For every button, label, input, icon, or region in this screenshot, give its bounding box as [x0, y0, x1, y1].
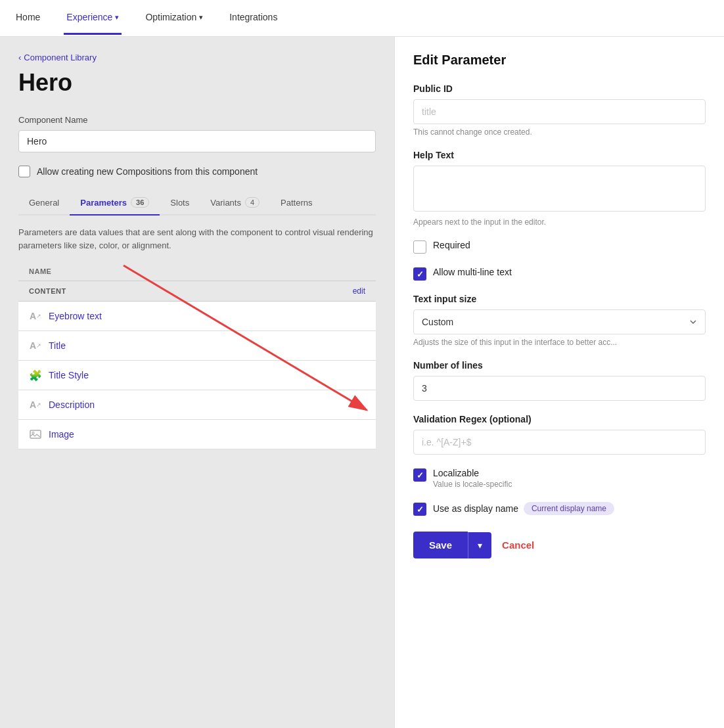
localizable-checkbox-row: Localizable Value is locale-specific — [413, 468, 706, 489]
save-button[interactable]: Save — [413, 532, 468, 558]
row-label: Title — [49, 340, 66, 351]
nav-optimization[interactable]: Optimization ▾ — [143, 1, 206, 35]
validation-regex-group: Validation Regex (optional) — [413, 414, 706, 455]
table-row-title[interactable]: A ↗ Title — [18, 331, 376, 361]
variants-badge: 4 — [245, 197, 260, 208]
cancel-button[interactable]: Cancel — [502, 539, 534, 551]
required-label: Required — [433, 240, 470, 250]
right-panel: Edit Parameter Public ID This cannot cha… — [394, 37, 724, 728]
text-icon: A ↗ — [29, 339, 42, 352]
tab-parameters[interactable]: Parameters 36 — [70, 191, 160, 216]
section-content-header: CONTENT edit — [18, 281, 376, 302]
svg-rect-0 — [30, 430, 41, 438]
top-navigation: Home Experience ▾ Optimization ▾ Integra… — [0, 0, 724, 37]
required-checkbox[interactable] — [413, 240, 426, 254]
public-id-group: Public ID This cannot change once create… — [413, 83, 706, 137]
localizable-label: Localizable — [433, 468, 512, 478]
required-checkbox-row: Required — [413, 240, 706, 254]
main-layout: ‹ Component Library Hero Component Name … — [0, 37, 724, 728]
chevron-down-icon: ▾ — [478, 540, 482, 551]
table-row[interactable]: Image — [18, 420, 376, 449]
parameter-tabs: General Parameters 36 Slots Variants 4 P… — [18, 191, 376, 216]
localizable-checkbox[interactable] — [413, 468, 426, 482]
tab-variants[interactable]: Variants 4 — [200, 191, 270, 216]
params-table: NAME CONTENT edit A ↗ Eyebrow text — [18, 262, 376, 449]
nav-home[interactable]: Home — [13, 1, 43, 35]
display-name-checkbox-row: Use as display name Current display name — [413, 502, 706, 516]
number-of-lines-group: Number of lines — [413, 360, 706, 401]
nav-integrations[interactable]: Integrations — [227, 1, 280, 35]
parameters-badge: 36 — [131, 197, 149, 208]
localizable-sublabel: Value is locale-specific — [433, 480, 512, 489]
params-description: Parameters are data values that are sent… — [18, 226, 376, 252]
compositions-checkbox-row: Allow creating new Compositions from thi… — [18, 166, 376, 177]
left-panel: ‹ Component Library Hero Component Name … — [0, 37, 394, 728]
left-panel-inner: ‹ Component Library Hero Component Name … — [18, 53, 376, 449]
compositions-checkbox[interactable] — [18, 166, 30, 177]
number-of-lines-label: Number of lines — [413, 360, 706, 371]
page-title: Hero — [18, 69, 376, 97]
row-label: Description — [49, 399, 95, 410]
bottom-buttons: Save ▾ Cancel — [413, 532, 706, 558]
component-name-input[interactable] — [18, 130, 376, 152]
chevron-down-icon: ▾ — [115, 13, 119, 22]
component-name-group: Component Name — [18, 115, 376, 152]
multiline-checkbox[interactable] — [413, 267, 426, 281]
text-icon: A ↗ — [29, 309, 42, 323]
text-input-size-hint: Adjusts the size of this input in the in… — [413, 338, 706, 347]
table-row[interactable]: 🧩 Title Style — [18, 361, 376, 390]
compositions-checkbox-label: Allow creating new Compositions from thi… — [37, 166, 258, 177]
section-edit-button[interactable]: edit — [353, 286, 365, 296]
validation-regex-input[interactable] — [413, 430, 706, 455]
stack-icon: 🧩 — [29, 369, 42, 382]
current-display-name-badge: Current display name — [524, 502, 614, 515]
text-input-size-select[interactable]: Custom — [413, 309, 706, 334]
text-input-size-label: Text input size — [413, 294, 706, 304]
help-text-input[interactable] — [413, 166, 706, 212]
image-icon — [29, 428, 42, 441]
row-label: Image — [49, 429, 74, 440]
public-id-hint: This cannot change once created. — [413, 127, 706, 137]
svg-point-1 — [32, 432, 34, 434]
display-name-label: Use as display name — [433, 503, 518, 514]
help-text-hint: Appears next to the input in the editor. — [413, 217, 706, 227]
multiline-checkbox-row: Allow multi-line text — [413, 267, 706, 281]
row-label: Title Style — [49, 370, 89, 380]
tab-general[interactable]: General — [18, 191, 70, 216]
chevron-left-icon: ‹ — [18, 53, 21, 62]
validation-regex-label: Validation Regex (optional) — [413, 414, 706, 424]
table-row[interactable]: A ↗ Description — [18, 390, 376, 420]
tab-patterns[interactable]: Patterns — [270, 191, 323, 216]
public-id-input[interactable] — [413, 99, 706, 124]
multiline-label: Allow multi-line text — [433, 267, 512, 277]
panel-title: Edit Parameter — [413, 53, 706, 68]
row-label: Eyebrow text — [49, 311, 102, 321]
display-name-checkbox[interactable] — [413, 503, 426, 516]
table-header: NAME — [18, 262, 376, 281]
help-text-group: Help Text Appears next to the input in t… — [413, 150, 706, 227]
text-input-size-group: Text input size Custom Adjusts the size … — [413, 294, 706, 347]
help-text-label: Help Text — [413, 150, 706, 160]
number-of-lines-input[interactable] — [413, 376, 706, 401]
text-icon: A ↗ — [29, 398, 42, 411]
nav-experience[interactable]: Experience ▾ — [64, 1, 122, 35]
table-row[interactable]: A ↗ Eyebrow text — [18, 302, 376, 331]
back-link[interactable]: ‹ Component Library — [18, 53, 376, 62]
public-id-label: Public ID — [413, 83, 706, 94]
chevron-down-icon: ▾ — [199, 13, 203, 22]
tab-slots[interactable]: Slots — [160, 191, 200, 216]
component-name-label: Component Name — [18, 115, 376, 125]
save-dropdown-button[interactable]: ▾ — [468, 532, 491, 558]
